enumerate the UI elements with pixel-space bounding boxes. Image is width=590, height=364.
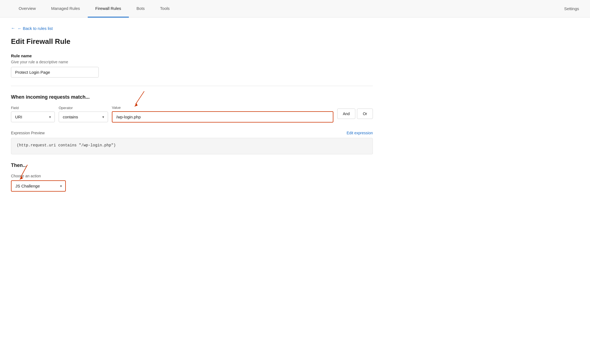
tab-managed-rules[interactable]: Managed Rules bbox=[44, 0, 88, 18]
edit-expression-link[interactable]: Edit expression bbox=[347, 131, 373, 135]
operator-select[interactable]: contains equals does not contain matches… bbox=[59, 112, 108, 122]
expression-label: Expression Preview bbox=[11, 131, 45, 135]
expression-preview-section: Expression Preview Edit expression (http… bbox=[11, 131, 373, 154]
top-navigation: Overview Managed Rules Firewall Rules Bo… bbox=[0, 0, 590, 18]
value-column: Value bbox=[112, 106, 333, 123]
rule-name-hint: Give your rule a descriptive name bbox=[11, 60, 373, 64]
operator-col-label: Operator bbox=[59, 106, 108, 110]
and-or-buttons: And Or bbox=[337, 109, 373, 120]
or-button[interactable]: Or bbox=[357, 109, 373, 119]
action-label: Choose an action bbox=[11, 174, 373, 178]
rule-name-label: Rule name bbox=[11, 53, 373, 58]
rule-name-section: Rule name Give your rule a descriptive n… bbox=[11, 53, 373, 78]
main-content: ← ← Back to rules list Edit Firewall Rul… bbox=[0, 18, 384, 200]
field-select-wrapper: URI IP Source Address Country AS Num Use… bbox=[11, 112, 55, 122]
field-select[interactable]: URI IP Source Address Country AS Num Use… bbox=[11, 112, 55, 122]
then-section: Then... Choose an action JS Challenge Bl… bbox=[11, 163, 373, 192]
value-col-label: Value bbox=[112, 106, 333, 110]
action-select[interactable]: JS Challenge Block Allow Challenge (Capt… bbox=[11, 180, 66, 192]
expression-header: Expression Preview Edit expression bbox=[11, 131, 373, 135]
and-button[interactable]: And bbox=[337, 109, 356, 119]
tab-bots[interactable]: Bots bbox=[129, 0, 152, 18]
tab-firewall-rules[interactable]: Firewall Rules bbox=[88, 0, 129, 18]
settings-link[interactable]: Settings bbox=[564, 0, 579, 17]
rule-builder-row: Field URI IP Source Address Country AS N… bbox=[11, 106, 373, 123]
section-divider bbox=[11, 86, 373, 86]
action-select-wrapper: JS Challenge Block Allow Challenge (Capt… bbox=[11, 180, 66, 192]
rule-name-input[interactable] bbox=[11, 67, 99, 78]
field-column: Field URI IP Source Address Country AS N… bbox=[11, 106, 55, 122]
when-heading: When incoming requests match... bbox=[11, 94, 373, 100]
field-col-label: Field bbox=[11, 106, 55, 110]
page-title: Edit Firewall Rule bbox=[11, 37, 373, 46]
operator-column: Operator contains equals does not contai… bbox=[59, 106, 108, 122]
value-input[interactable] bbox=[112, 111, 333, 123]
tab-tools[interactable]: Tools bbox=[152, 0, 177, 18]
rule-builder: Field URI IP Source Address Country AS N… bbox=[11, 106, 373, 123]
back-to-rules-link[interactable]: ← ← Back to rules list bbox=[11, 26, 53, 31]
back-link-text: ← Back to rules list bbox=[12, 26, 53, 31]
then-heading: Then... bbox=[11, 163, 373, 168]
expression-preview: (http.request.uri contains "/wp-login.ph… bbox=[11, 138, 373, 154]
then-container: JS Challenge Block Allow Challenge (Capt… bbox=[11, 180, 373, 192]
tab-overview[interactable]: Overview bbox=[11, 0, 44, 18]
operator-select-wrapper: contains equals does not contain matches… bbox=[59, 112, 108, 122]
nav-tabs: Overview Managed Rules Firewall Rules Bo… bbox=[11, 0, 564, 17]
when-section: When incoming requests match... Field UR… bbox=[11, 94, 373, 123]
